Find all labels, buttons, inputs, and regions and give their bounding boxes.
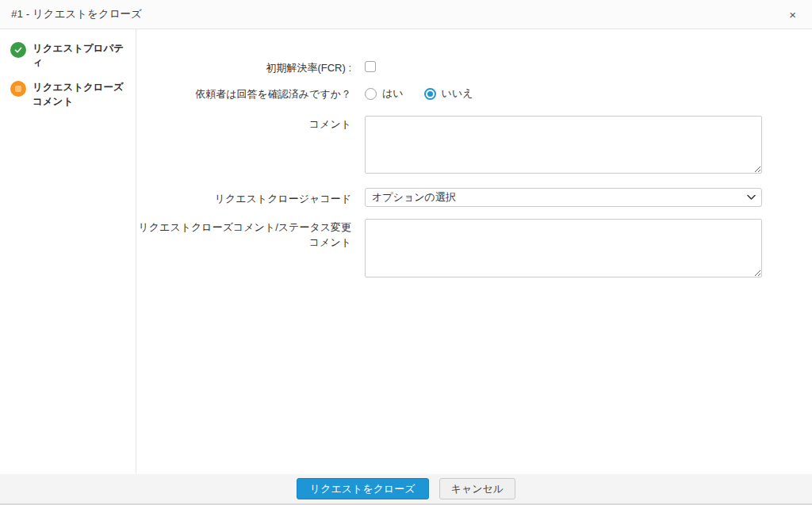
dialog-header: #1 - リクエストをクローズ × (0, 0, 812, 29)
radio-unselected-icon[interactable] (365, 88, 377, 100)
closure-code-label: リクエストクロージャコード (136, 188, 365, 207)
comment-row: コメント (136, 116, 812, 174)
fcr-checkbox[interactable] (365, 61, 376, 72)
sidebar-item-request-close-comments[interactable]: リクエストクローズコメント (10, 80, 129, 109)
requester-confirm-row: 依頼者は回答を確認済みですか？ はい いいえ (136, 86, 812, 102)
current-step-icon (10, 81, 26, 97)
radio-label-yes: はい (382, 86, 404, 101)
close-request-form: 初期解決率(FCR) : 依頼者は回答を確認済みですか？ はい いいえ (136, 29, 812, 474)
closure-code-select[interactable]: オプションの選択 (365, 188, 762, 207)
steps-sidebar: リクエストプロパティ リクエストクローズコメント (0, 29, 136, 474)
radio-label-no: いいえ (442, 86, 473, 101)
sidebar-item-label: リクエストプロパティ (33, 41, 128, 70)
radio-option-no[interactable]: いいえ (424, 86, 473, 101)
check-icon (10, 42, 26, 58)
fcr-row: 初期解決率(FCR) : (136, 59, 812, 76)
sidebar-item-request-properties[interactable]: リクエストプロパティ (10, 41, 129, 70)
radio-option-yes[interactable]: はい (365, 86, 404, 101)
dialog-footer: リクエストをクローズ キャンセル (0, 474, 812, 505)
closure-code-row: リクエストクロージャコード オプションの選択 (136, 188, 812, 207)
dialog-body: リクエストプロパティ リクエストクローズコメント 初期解決率(FCR) : 依頼… (0, 29, 812, 474)
dialog-title: #1 - リクエストをクローズ (11, 7, 142, 21)
close-request-button[interactable]: リクエストをクローズ (297, 478, 429, 500)
radio-selected-icon[interactable] (424, 88, 436, 100)
close-icon[interactable]: × (789, 9, 796, 21)
comment-textarea[interactable] (365, 116, 762, 174)
fcr-label: 初期解決率(FCR) : (136, 59, 365, 76)
close-comment-label: リクエストクローズコメント/ステータス変更コメント (136, 219, 365, 277)
close-comment-row: リクエストクローズコメント/ステータス変更コメント (136, 219, 812, 277)
cancel-button[interactable]: キャンセル (439, 478, 516, 500)
sidebar-item-label: リクエストクローズコメント (33, 80, 128, 109)
close-request-dialog: #1 - リクエストをクローズ × リクエストプロパティ リクエストクローズコメ… (0, 0, 812, 505)
comment-label: コメント (136, 116, 365, 174)
close-comment-textarea[interactable] (365, 219, 762, 277)
requester-confirm-label: 依頼者は回答を確認済みですか？ (136, 86, 365, 102)
